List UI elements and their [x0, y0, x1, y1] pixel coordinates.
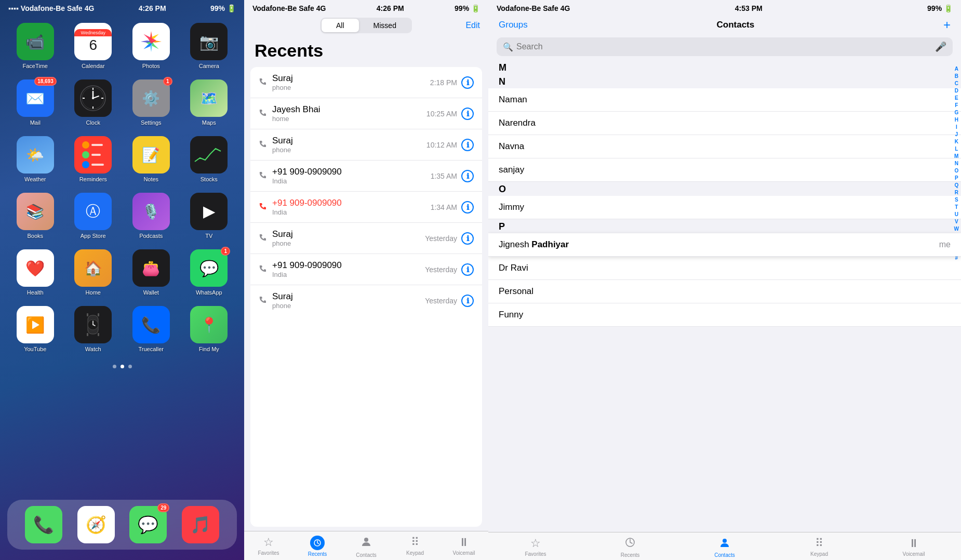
dock-phone[interactable]: 📞 [25, 506, 62, 543]
tab-contacts[interactable]: Contacts [342, 536, 391, 558]
alpha-d[interactable]: D [955, 87, 958, 94]
dock-music[interactable]: 🎵 [182, 506, 219, 543]
recent-call-6[interactable]: Suraj phone Yesterday ℹ [250, 223, 482, 254]
app-weather[interactable]: 🌤️ Weather [11, 136, 59, 182]
mic-icon[interactable]: 🎤 [935, 41, 946, 52]
tab-missed[interactable]: Missed [359, 19, 411, 32]
app-stocks[interactable]: Stocks [185, 136, 233, 182]
search-input[interactable] [516, 42, 932, 51]
contact-sanjay[interactable]: sanjay [488, 158, 961, 182]
alpha-t[interactable]: T [955, 204, 958, 210]
alpha-i[interactable]: I [956, 124, 957, 130]
app-clock[interactable]: Clock [70, 79, 117, 126]
contacts-tab-favorites[interactable]: ☆ Favorites [488, 537, 583, 558]
recent-type-4: India [272, 177, 431, 185]
recent-call-3[interactable]: Suraj phone 10:12 AM ℹ [250, 129, 482, 161]
app-calendar[interactable]: Wednesday 6 Calendar [70, 23, 117, 69]
edit-button[interactable]: Edit [465, 21, 480, 30]
app-watch[interactable]: Watch [70, 306, 117, 352]
tab-favorites[interactable]: ☆ Favorites [244, 536, 293, 558]
dock-messages[interactable]: 💬 29 [129, 506, 167, 543]
app-maps[interactable]: 🗺️ Maps [185, 79, 233, 126]
info-btn-1[interactable]: ℹ [461, 76, 474, 89]
contact-navna[interactable]: Navna [488, 135, 961, 158]
tab-keypad[interactable]: ⠿ Keypad [391, 536, 439, 558]
alpha-a[interactable]: A [955, 65, 958, 72]
alpha-f[interactable]: F [955, 102, 958, 109]
app-camera[interactable]: 📷 Camera [185, 23, 233, 69]
alpha-h[interactable]: H [955, 116, 958, 123]
info-btn-5[interactable]: ℹ [461, 201, 474, 214]
alpha-k[interactable]: K [955, 138, 958, 145]
contacts-tab-keypad[interactable]: ⠿ Keypad [772, 537, 866, 558]
alpha-e[interactable]: E [955, 95, 958, 101]
recent-call-8[interactable]: Suraj phone Yesterday ℹ [250, 285, 482, 316]
contacts-tab-voicemail[interactable]: ⏸ Voicemail [866, 537, 961, 558]
app-photos[interactable]: Photos [127, 23, 175, 69]
app-health[interactable]: ❤️ Health [11, 249, 59, 296]
app-truecaller[interactable]: 📞 Truecaller [127, 306, 175, 352]
app-appstore[interactable]: Ⓐ App Store [70, 193, 117, 239]
app-settings[interactable]: ⚙️ 1 Settings [127, 79, 175, 126]
app-youtube[interactable]: ▶️ YouTube [11, 306, 59, 352]
info-btn-4[interactable]: ℹ [461, 170, 474, 182]
dock-safari[interactable]: 🧭 [77, 506, 115, 543]
recent-call-5[interactable]: +91 909-0909090 India 1:34 AM ℹ [250, 192, 482, 223]
tab-all[interactable]: All [322, 19, 359, 32]
app-wallet[interactable]: 👛 Wallet [127, 249, 175, 296]
app-podcasts[interactable]: 🎙️ Podcasts [127, 193, 175, 239]
contact-drravi[interactable]: Dr Ravi [488, 257, 961, 280]
contacts-list: M N Naman Narendra Navna sanjay O Jimmy … [488, 60, 961, 532]
info-btn-6[interactable]: ℹ [461, 232, 474, 245]
contact-personal[interactable]: Personal [488, 280, 961, 303]
tab-voicemail[interactable]: ⏸ Voicemail [439, 536, 488, 558]
contact-naman[interactable]: Naman [488, 88, 961, 112]
recent-call-4[interactable]: +91 909-0909090 India 1:35 AM ℹ [250, 161, 482, 192]
alpha-g[interactable]: G [954, 109, 958, 116]
contacts-tab-contacts[interactable]: Contacts [677, 537, 772, 558]
info-btn-8[interactable]: ℹ [461, 295, 474, 307]
app-whatsapp[interactable]: 💬 1 WhatsApp [185, 249, 233, 296]
recent-info-4: +91 909-0909090 India [272, 167, 431, 185]
alpha-l[interactable]: L [955, 145, 958, 152]
alpha-s[interactable]: S [955, 196, 958, 203]
app-books[interactable]: 📚 Books [11, 193, 59, 239]
contact-jignesh[interactable]: Jignesh Padhiyar me [488, 233, 961, 257]
alpha-j[interactable]: J [955, 131, 958, 138]
section-header-o: O [488, 182, 961, 196]
recent-call-7[interactable]: +91 909-0909090 India Yesterday ℹ [250, 254, 482, 285]
alpha-r[interactable]: R [955, 189, 958, 196]
recent-type-2: home [272, 115, 426, 123]
app-mail[interactable]: ✉️ 18,693 Mail [11, 79, 59, 126]
info-btn-3[interactable]: ℹ [461, 139, 474, 151]
app-facetime[interactable]: 📹 FaceTime [11, 23, 59, 69]
recent-call-2[interactable]: Jayesh Bhai home 10:25 AM ℹ [250, 98, 482, 129]
contact-funny[interactable]: Funny [488, 303, 961, 327]
alpha-n[interactable]: N [955, 160, 958, 167]
app-findmy[interactable]: 📍 Find My [185, 306, 233, 352]
svg-rect-10 [192, 138, 225, 171]
alpha-b[interactable]: B [955, 73, 958, 79]
add-contact-button[interactable]: + [943, 19, 951, 31]
info-btn-7[interactable]: ℹ [461, 263, 474, 276]
alpha-v[interactable]: V [955, 218, 958, 225]
alpha-o[interactable]: O [954, 167, 958, 174]
contacts-tab-recents[interactable]: Recents [583, 537, 677, 558]
alpha-m[interactable]: M [954, 153, 958, 159]
contact-name-naman: Naman [499, 95, 527, 105]
tab-recents[interactable]: Recents [293, 536, 342, 558]
groups-button[interactable]: Groups [499, 20, 528, 30]
alpha-q[interactable]: Q [954, 182, 958, 189]
app-reminders[interactable]: Reminders [70, 136, 117, 182]
alpha-w[interactable]: W [954, 225, 959, 232]
app-notes[interactable]: 📝 Notes [127, 136, 175, 182]
recent-call-1[interactable]: Suraj phone 2:18 PM ℹ [250, 67, 482, 98]
app-tv[interactable]: ▶ TV [185, 193, 233, 239]
alpha-p[interactable]: P [955, 175, 958, 181]
info-btn-2[interactable]: ℹ [461, 108, 474, 120]
app-home[interactable]: 🏠 Home [70, 249, 117, 296]
alpha-c[interactable]: C [955, 80, 958, 87]
contact-narendra[interactable]: Narendra [488, 112, 961, 135]
alpha-u[interactable]: U [955, 211, 958, 218]
contact-jimmy[interactable]: Jimmy [488, 196, 961, 219]
